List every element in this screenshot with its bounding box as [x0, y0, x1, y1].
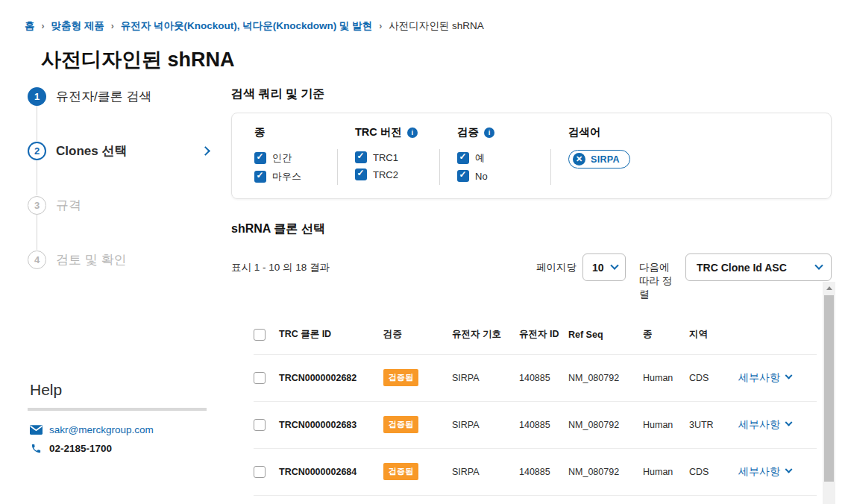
checkbox-trc1-label: TRC1	[373, 152, 398, 163]
chevron-down-icon	[814, 261, 823, 269]
checkbox-no[interactable]: No	[457, 170, 550, 182]
breadcrumb-gene-knockout[interactable]: 유전자 넉아웃(Knockout), 넉다운(Knockdown) 및 발현	[121, 19, 372, 33]
table-row: TRCN0000002683 검증됨 SIRPA 140885 NM_08079…	[254, 401, 817, 448]
cell-gene-id: 140885	[519, 420, 568, 430]
chevron-right-icon	[201, 146, 210, 156]
cell-gene-id: 140885	[519, 467, 568, 477]
cell-ref-seq: NM_080792	[568, 467, 643, 477]
results-summary: 표시 1 - 10 의 18 결과	[231, 253, 330, 274]
chip-label: SIRPA	[591, 154, 620, 165]
sort-by-label: 다음에 따라 정렬	[639, 253, 678, 302]
breadcrumb-separator-icon: ›	[111, 21, 114, 31]
species-label: 종	[254, 125, 337, 139]
cell-gene-symbol: SIRPA	[452, 373, 519, 383]
search-criteria-panel: 종 인간 마우스 TRC 버전 i	[231, 113, 832, 199]
help-divider	[28, 408, 207, 411]
per-page-value: 10	[592, 262, 604, 274]
cell-species: Human	[643, 467, 689, 477]
info-icon[interactable]: i	[484, 127, 494, 138]
checkbox-checked-icon	[457, 152, 469, 164]
validated-badge: 검증됨	[383, 369, 418, 386]
cell-gene-id: 140885	[519, 373, 568, 383]
checkbox-human-label: 인간	[272, 151, 292, 165]
criteria-group-validated: 검증 i 예 No	[439, 124, 550, 186]
step-3-specifications: 3 규격	[28, 195, 231, 215]
checkbox-yes[interactable]: 예	[457, 151, 550, 165]
validated-badge: 검증됨	[383, 416, 418, 433]
remove-chip-icon[interactable]: ✕	[573, 153, 585, 166]
results-title: shRNA 클론 선택	[231, 221, 832, 237]
checkbox-human[interactable]: 인간	[254, 151, 337, 165]
cell-species: Human	[643, 420, 689, 430]
checkbox-trc2-label: TRC2	[373, 169, 398, 180]
cell-region: 3UTR	[689, 420, 738, 430]
step-1-label: 유전자/클론 검색	[56, 88, 151, 105]
search-term-chip[interactable]: ✕ SIRPA	[568, 150, 630, 168]
checkbox-trc1[interactable]: TRC1	[355, 151, 439, 163]
help-phone-number[interactable]: 02-2185-1700	[49, 443, 112, 454]
breadcrumb-home[interactable]: 홈	[25, 19, 35, 33]
per-page-select[interactable]: 10	[582, 253, 626, 281]
checkbox-checked-icon	[254, 152, 266, 164]
table-scrollbar[interactable]	[823, 282, 835, 504]
details-toggle[interactable]: 세부사항	[738, 371, 817, 385]
row-checkbox[interactable]	[254, 372, 266, 384]
header-gene-id: 유전자 ID	[519, 328, 568, 341]
checkbox-checked-icon	[457, 170, 469, 182]
cell-ref-seq: NM_080792	[568, 420, 643, 430]
step-3-label: 규격	[56, 197, 81, 214]
chevron-down-icon	[785, 372, 793, 379]
step-sidebar: 1 유전자/클론 검색 2 Clones 선택 3 규격 4 검토 및 확인 H…	[0, 86, 231, 504]
row-checkbox[interactable]	[254, 466, 266, 478]
per-page-label: 페이지당	[536, 253, 577, 274]
trc-version-label: TRC 버전	[355, 125, 402, 139]
cell-clone-id: TRCN0000002684	[279, 467, 383, 477]
cell-ref-seq: NM_080792	[568, 373, 643, 383]
header-region: 지역	[689, 328, 738, 341]
breadcrumb-custom-products[interactable]: 맞춤형 제품	[51, 19, 104, 33]
breadcrumb: 홈 › 맞춤형 제품 › 유전자 넉아웃(Knockout), 넉다운(Knoc…	[0, 0, 848, 33]
header-ref-seq: Ref Seq	[568, 330, 643, 340]
search-term-label: 검색어	[568, 125, 831, 139]
validated-label: 검증	[457, 125, 479, 139]
step-4-review-confirm: 4 검토 및 확인	[28, 250, 231, 269]
step-connector	[37, 160, 37, 195]
chevron-down-icon	[785, 466, 793, 473]
table-row: TRCN0000002685 검증됨 SIRPA 140885 NM_08079…	[254, 495, 817, 504]
step-2-select-clones[interactable]: 2 Clones 선택	[28, 141, 231, 160]
checkbox-trc2[interactable]: TRC2	[355, 168, 439, 180]
step-4-circle: 4	[28, 251, 46, 269]
step-2-circle: 2	[28, 142, 46, 160]
table-row: TRCN0000002682 검증됨 SIRPA 140885 NM_08079…	[254, 354, 817, 401]
checkbox-checked-icon	[355, 168, 367, 180]
header-species: 종	[643, 328, 689, 341]
phone-icon	[30, 443, 43, 454]
chevron-down-icon	[785, 419, 793, 426]
checkbox-no-label: No	[475, 171, 488, 182]
email-icon	[30, 425, 43, 435]
step-connector	[37, 215, 37, 250]
page-title: 사전디자인된 shRNA	[41, 46, 848, 73]
help-panel: Help sakr@merckgroup.com 02-2185-1700	[28, 381, 231, 454]
row-checkbox[interactable]	[254, 419, 266, 431]
sort-by-select[interactable]: TRC Clone Id ASC	[685, 253, 832, 281]
scrollbar-thumb[interactable]	[824, 295, 834, 482]
select-all-checkbox[interactable]	[254, 329, 266, 341]
step-connector	[37, 106, 37, 141]
validated-badge: 검증됨	[383, 463, 418, 480]
breadcrumb-separator-icon: ›	[379, 21, 382, 31]
cell-region: CDS	[689, 467, 738, 477]
help-email-link[interactable]: sakr@merckgroup.com	[49, 424, 154, 435]
step-1-gene-clone-search[interactable]: 1 유전자/클론 검색	[28, 86, 231, 106]
help-title: Help	[30, 381, 231, 399]
details-toggle[interactable]: 세부사항	[738, 418, 817, 432]
info-icon[interactable]: i	[407, 127, 418, 138]
checkbox-checked-icon	[355, 151, 367, 163]
clone-table: TRC 클론 ID 검증 유전자 기호 유전자 ID Ref Seq 종 지역 …	[254, 315, 817, 504]
scroll-up-button[interactable]	[823, 282, 835, 294]
details-toggle[interactable]: 세부사항	[738, 465, 817, 479]
cell-gene-symbol: SIRPA	[452, 467, 519, 477]
checkbox-mouse[interactable]: 마우스	[254, 170, 337, 183]
chevron-down-icon	[610, 261, 618, 269]
step-3-circle: 3	[28, 196, 46, 215]
